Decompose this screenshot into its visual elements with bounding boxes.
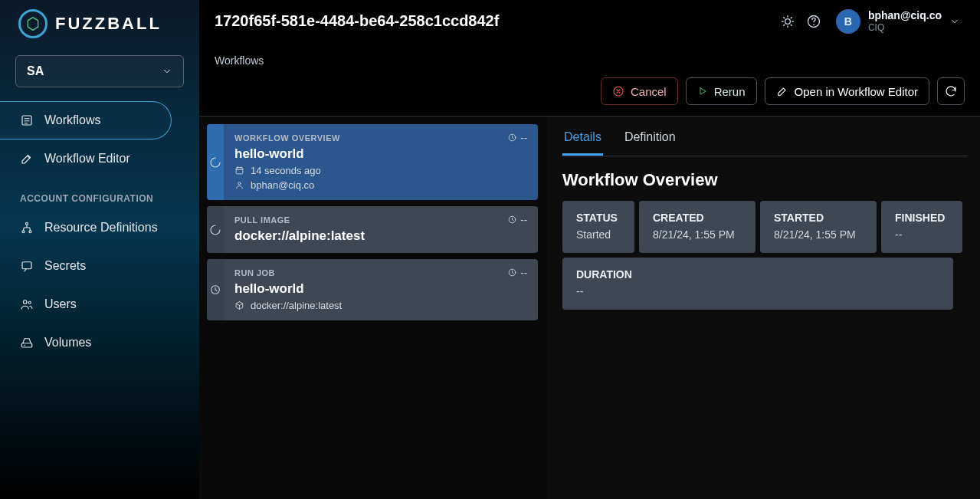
svg-point-11 [813, 24, 814, 25]
details-heading: Workflow Overview [562, 170, 968, 190]
sidebar-item-volumes[interactable]: Volumes [0, 323, 199, 362]
step-title: hello-world [234, 281, 527, 297]
step-meta-user: bphan@ciq.co [234, 179, 527, 191]
svg-rect-14 [236, 168, 243, 174]
sidebar-item-label: Users [44, 297, 77, 311]
cancel-icon [612, 85, 624, 97]
page-title: 1720f65f-581e-4484-be64-258c1ccd842f [215, 12, 499, 30]
sidebar-item-label: Workflow Editor [44, 152, 130, 166]
stat-label: DURATION [576, 268, 939, 281]
topbar: 1720f65f-581e-4484-be64-258c1ccd842f B b… [199, 0, 980, 42]
svg-point-6 [28, 301, 31, 304]
refresh-button[interactable] [937, 77, 965, 105]
chevron-down-icon [162, 66, 172, 77]
clock-icon [507, 215, 517, 225]
users-icon [20, 297, 34, 311]
stat-value: Started [576, 228, 621, 241]
chevron-down-icon [949, 16, 960, 27]
stat-label: FINISHED [895, 212, 949, 224]
sidebar-item-label: Volumes [44, 336, 91, 350]
sidebar-item-label: Secrets [44, 259, 86, 273]
cancel-button-label: Cancel [631, 85, 667, 98]
stat-value: -- [895, 228, 949, 241]
stat-value: -- [576, 285, 939, 297]
breadcrumb[interactable]: Workflows [215, 54, 965, 67]
spinner-icon [207, 124, 224, 200]
main: 1720f65f-581e-4484-be64-258c1ccd842f B b… [199, 0, 980, 499]
sidebar: FUZZBALL SA Workflows Workflow Editor AC… [0, 0, 199, 499]
rerun-button[interactable]: Rerun [686, 77, 757, 105]
cancel-button[interactable]: Cancel [601, 77, 678, 105]
tabs: Details Definition [562, 123, 968, 156]
sidebar-item-secrets[interactable]: Secrets [0, 247, 199, 285]
list-icon [20, 113, 34, 127]
sidebar-item-workflow-editor[interactable]: Workflow Editor [0, 140, 199, 178]
workflow-steps-list: WORKFLOW OVERVIEW -- hello-world 14 seco… [199, 117, 547, 499]
step-kicker: RUN JOB [234, 268, 275, 277]
brand-name: FUZZBALL [55, 14, 162, 34]
brand-logo: FUZZBALL [0, 0, 199, 44]
content: WORKFLOW OVERVIEW -- hello-world 14 seco… [199, 117, 980, 499]
sidebar-item-workflows[interactable]: Workflows [0, 101, 172, 140]
theme-toggle-icon[interactable] [775, 8, 801, 34]
stat-value: 8/21/24, 1:55 PM [653, 228, 742, 241]
avatar: B [836, 9, 860, 34]
calendar-icon [234, 166, 244, 176]
stat-label: CREATED [653, 212, 742, 224]
svg-point-15 [238, 182, 241, 185]
user-menu[interactable]: B bphan@ciq.co CIQ [827, 9, 965, 34]
stat-row-1: STATUS Started CREATED 8/21/24, 1:55 PM … [562, 201, 968, 253]
user-org: CIQ [868, 22, 942, 33]
clock-icon [507, 268, 517, 277]
action-bar: Cancel Rerun Open in Workflow Editor [215, 77, 965, 105]
sidebar-item-label: Resource Definitions [44, 221, 158, 235]
step-title: hello-world [234, 146, 527, 162]
svg-rect-7 [21, 343, 32, 347]
play-icon [697, 86, 708, 97]
open-in-editor-button[interactable]: Open in Workflow Editor [765, 77, 929, 105]
step-duration: -- [507, 214, 527, 225]
clock-icon [207, 259, 224, 320]
details-panel: Details Definition Workflow Overview STA… [547, 117, 980, 499]
sidebar-item-users[interactable]: Users [0, 285, 199, 323]
brand-mark-icon [18, 9, 48, 38]
stat-created: CREATED 8/21/24, 1:55 PM [639, 201, 755, 253]
stat-row-2: DURATION -- [562, 258, 968, 310]
org-selector-label: SA [27, 64, 44, 78]
user-email: bphan@ciq.co [868, 9, 942, 22]
open-in-editor-label: Open in Workflow Editor [795, 85, 918, 98]
spinner-icon [207, 206, 224, 253]
svg-point-8 [24, 345, 25, 346]
org-selector[interactable]: SA [15, 55, 184, 87]
svg-point-5 [24, 300, 28, 304]
stat-duration: DURATION -- [562, 258, 953, 310]
step-card-workflow-overview[interactable]: WORKFLOW OVERVIEW -- hello-world 14 seco… [207, 124, 538, 200]
step-duration: -- [507, 132, 527, 143]
step-duration: -- [507, 267, 527, 278]
subheader: Workflows Cancel Rerun Open in Workflow … [199, 42, 980, 117]
cube-icon [234, 300, 244, 310]
edit-icon [776, 85, 788, 97]
step-meta-time: 14 seconds ago [234, 165, 527, 176]
step-card-run-job[interactable]: RUN JOB -- hello-world docker://alpine:l… [207, 259, 538, 320]
svg-point-9 [785, 18, 791, 24]
stat-label: STATUS [576, 212, 621, 224]
tree-icon [20, 221, 34, 235]
step-kicker: PULL IMAGE [234, 215, 290, 225]
step-title: docker://alpine:latest [234, 228, 527, 244]
stat-status: STATUS Started [562, 201, 634, 253]
tab-definition[interactable]: Definition [623, 123, 677, 156]
help-icon[interactable] [801, 8, 827, 34]
stat-started: STARTED 8/21/24, 1:55 PM [760, 201, 877, 253]
clock-icon [507, 133, 517, 143]
user-icon [234, 180, 244, 190]
drive-icon [20, 336, 34, 350]
sidebar-section-label: ACCOUNT CONFIGURATION [0, 178, 199, 208]
tab-details[interactable]: Details [562, 123, 603, 156]
step-meta-image: docker://alpine:latest [234, 300, 527, 311]
step-card-pull-image[interactable]: PULL IMAGE -- docker://alpine:latest [207, 206, 538, 253]
sidebar-item-resource-definitions[interactable]: Resource Definitions [0, 208, 199, 247]
stat-finished: FINISHED -- [881, 201, 962, 253]
rerun-button-label: Rerun [714, 85, 746, 98]
stat-label: STARTED [774, 212, 863, 224]
